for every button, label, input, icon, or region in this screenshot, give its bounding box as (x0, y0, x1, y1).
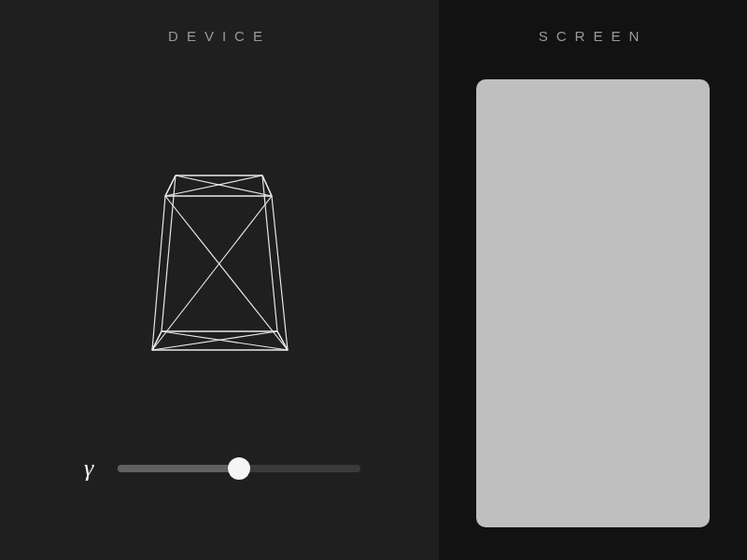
gamma-slider-knob[interactable] (228, 457, 250, 480)
screen-header: SCREEN (439, 28, 747, 44)
gamma-slider-fill (118, 465, 239, 472)
screen-preview (476, 79, 710, 527)
device-wireframe-icon (107, 168, 331, 392)
gamma-slider-row: γ (0, 456, 439, 481)
device-stage (0, 168, 439, 392)
svg-line-8 (165, 196, 288, 350)
svg-marker-2 (152, 196, 288, 350)
svg-line-11 (165, 175, 262, 196)
gamma-slider[interactable] (118, 457, 360, 480)
svg-line-13 (152, 331, 277, 350)
device-panel: DEVICE γ (0, 0, 439, 560)
svg-line-9 (152, 196, 272, 350)
svg-line-10 (176, 175, 272, 196)
svg-marker-3 (162, 175, 277, 331)
svg-line-12 (162, 331, 288, 350)
gamma-label: γ (78, 456, 99, 481)
screen-panel: SCREEN (439, 0, 747, 560)
device-header: DEVICE (0, 28, 439, 44)
